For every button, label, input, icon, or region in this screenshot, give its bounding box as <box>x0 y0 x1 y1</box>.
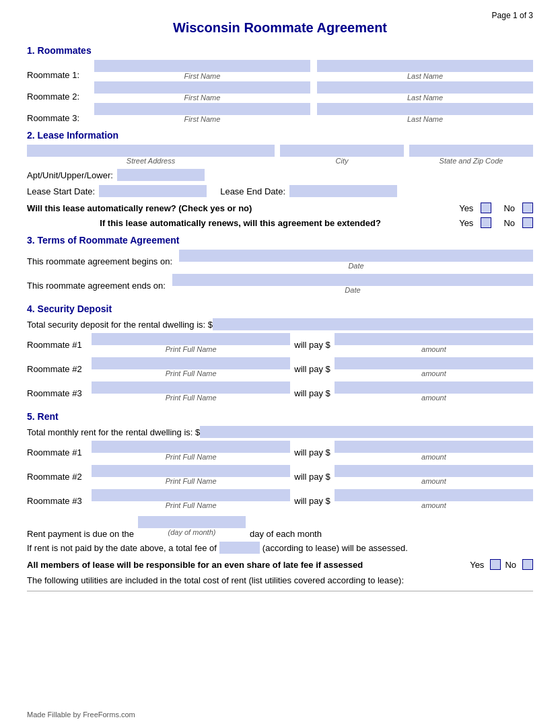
lease-dates-row: Lease Start Date: Lease End Date: <box>27 185 533 198</box>
rent-r3-amount-input[interactable] <box>335 489 533 501</box>
security-r1-name-input[interactable] <box>92 333 290 345</box>
roommate-3-first-label: First Name <box>94 115 310 123</box>
rent-r3-amount-group: amount <box>335 489 533 509</box>
rent-r1-will-pay: will pay $ <box>294 447 330 458</box>
roommate-2-first-input[interactable] <box>94 81 310 94</box>
security-r1-amount-sub: amount <box>335 345 533 353</box>
late-fee-pre: If rent is not paid by the date above, a… <box>27 543 217 553</box>
all-members-yes-checkbox[interactable] <box>490 559 501 570</box>
roommate-3-row: Roommate 3: First Name Last Name <box>27 103 533 123</box>
due-date-input[interactable] <box>138 516 246 528</box>
roommate-2-last-label: Last Name <box>317 94 533 102</box>
page-divider <box>27 591 533 591</box>
begins-label: This roommate agreement begins on: <box>27 256 172 266</box>
roommate-1-row: Roommate 1: First Name Last Name <box>27 60 533 80</box>
rent-r1-name-group: Print Full Name <box>92 441 290 461</box>
roommate-1-last-group: Last Name <box>317 60 533 80</box>
begins-date-input[interactable] <box>179 250 533 262</box>
rent-total-input[interactable] <box>200 426 533 438</box>
extended-label: If this lease automatically renews, will… <box>27 218 454 228</box>
roommate-3-last-label: Last Name <box>317 115 533 123</box>
rent-r2-name-group: Print Full Name <box>92 465 290 485</box>
security-r1-row: Roommate #1 Print Full Name will pay $ a… <box>27 333 533 356</box>
rent-r1-name-input[interactable] <box>92 441 290 453</box>
street-group: Street Address <box>27 145 275 165</box>
security-r3-amount-group: amount <box>335 381 533 402</box>
rent-r2-name-input[interactable] <box>92 465 290 477</box>
roommate-1-label: Roommate 1: <box>27 70 88 80</box>
rent-r1-row: Roommate #1 Print Full Name will pay $ a… <box>27 441 533 464</box>
auto-renew-yes-checkbox[interactable] <box>481 203 491 213</box>
ends-label: This roommate agreement ends on: <box>27 281 166 291</box>
utilities-section: The following utilities are included in … <box>27 575 533 585</box>
rent-r3-will-pay: will pay $ <box>294 496 330 506</box>
security-r3-inner: Roommate #3 Print Full Name will pay $ a… <box>27 381 533 404</box>
due-day-sub: (day of month) <box>138 528 246 536</box>
section-lease-header: 2. Lease Information <box>27 130 533 141</box>
roommate-3-first-group: First Name <box>94 103 310 123</box>
security-r2-amount-input[interactable] <box>335 357 533 369</box>
extended-no-checkbox[interactable] <box>522 217 533 228</box>
rent-r1-amount-input[interactable] <box>335 441 533 453</box>
state-group: State and Zip Code <box>409 145 533 165</box>
rent-r2-amount-input[interactable] <box>335 465 533 477</box>
security-r2-row: Roommate #2 Print Full Name will pay $ a… <box>27 357 533 380</box>
section-terms-header: 3. Terms of Roommate Agreement <box>27 235 533 246</box>
rent-total-row: Total monthly rent for the rental dwelli… <box>27 426 533 438</box>
all-members-no-checkbox[interactable] <box>522 559 533 570</box>
security-r1-inner: Roommate #1 Print Full Name will pay $ a… <box>27 333 533 356</box>
security-r3-amount-input[interactable] <box>335 381 533 394</box>
all-members-row: All members of lease will be responsible… <box>27 559 533 570</box>
rent-r3-inner: Roommate #3 Print Full Name will pay $ a… <box>27 489 533 512</box>
city-input[interactable] <box>280 145 404 157</box>
address-row: Street Address City State and Zip Code <box>27 145 533 165</box>
auto-renew-row: Will this lease automatically renew? (Ch… <box>27 203 533 213</box>
apt-input[interactable] <box>117 169 205 181</box>
rent-yes-label: Yes <box>470 560 484 570</box>
utilities-label: The following utilities are included in … <box>27 575 404 585</box>
rent-r2-amount-group: amount <box>335 465 533 485</box>
extended-row: If this lease automatically renews, will… <box>27 217 533 228</box>
security-r3-will-pay: will pay $ <box>294 388 330 398</box>
rent-r1-name-sub: Print Full Name <box>92 453 290 461</box>
roommate-3-last-input[interactable] <box>317 103 533 115</box>
rent-r3-name-input[interactable] <box>92 489 290 501</box>
apt-row: Apt/Unit/Upper/Lower: <box>27 169 533 181</box>
auto-renew-label: Will this lease automatically renew? (Ch… <box>27 203 454 213</box>
security-r1-name-sub: Print Full Name <box>92 345 290 353</box>
all-members-label: All members of lease will be responsible… <box>27 560 466 570</box>
lease-start-group: Lease Start Date: <box>27 185 207 197</box>
ends-date-input[interactable] <box>172 274 533 286</box>
lease-start-label: Lease Start Date: <box>27 186 95 196</box>
security-r3-name-input[interactable] <box>92 381 290 394</box>
extended-yes-checkbox[interactable] <box>481 217 491 228</box>
roommate-1-first-input[interactable] <box>94 60 310 72</box>
rent-r1-inner: Roommate #1 Print Full Name will pay $ a… <box>27 441 533 464</box>
roommate-1-last-input[interactable] <box>317 60 533 72</box>
auto-renew-no-checkbox[interactable] <box>522 203 533 213</box>
roommate-1-last-label: Last Name <box>317 72 533 80</box>
due-label-pre: Rent payment is due on the <box>27 529 134 539</box>
security-r1-will-pay: will pay $ <box>294 340 330 350</box>
street-input[interactable] <box>27 145 275 157</box>
city-group: City <box>280 145 404 165</box>
security-r2-amount-sub: amount <box>335 369 533 377</box>
lease-end-input[interactable] <box>289 185 397 197</box>
late-fee-input[interactable] <box>219 542 260 554</box>
security-r3-amount-sub: amount <box>335 394 533 402</box>
lease-end-group: Lease End Date: <box>220 185 397 197</box>
rent-total-label: Total monthly rent for the rental dwelli… <box>27 427 200 437</box>
lease-start-input[interactable] <box>99 185 207 197</box>
security-r2-name-input[interactable] <box>92 357 290 369</box>
security-r2-will-pay: will pay $ <box>294 364 330 374</box>
roommate-2-label: Roommate 2: <box>27 92 88 102</box>
roommate-2-last-input[interactable] <box>317 81 533 94</box>
late-fee-row: If rent is not paid by the date above, a… <box>27 542 533 554</box>
security-r1-amount-input[interactable] <box>335 333 533 345</box>
footer-label: Made Fillable by FreeForms.com <box>27 711 135 719</box>
security-total-input[interactable] <box>213 318 533 330</box>
roommate-3-first-input[interactable] <box>94 103 310 115</box>
state-input[interactable] <box>409 145 533 157</box>
rent-r2-row: Roommate #2 Print Full Name will pay $ a… <box>27 465 533 488</box>
section-security-header: 4. Security Deposit <box>27 303 533 314</box>
